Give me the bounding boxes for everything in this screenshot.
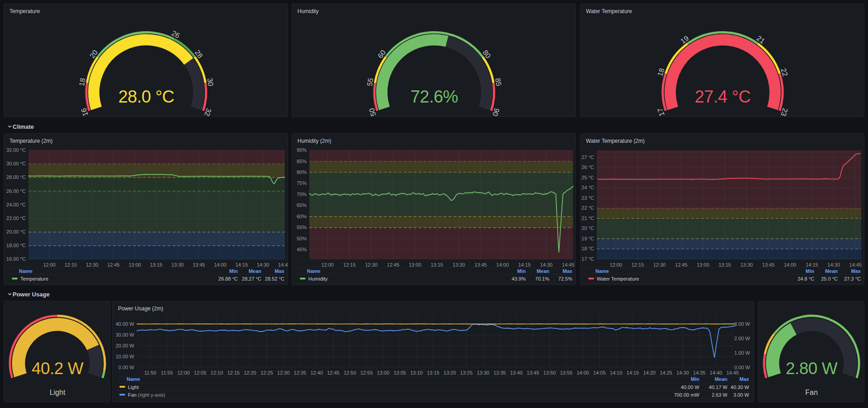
svg-text:40.00 W: 40.00 W bbox=[681, 385, 700, 390]
svg-text:14:15: 14:15 bbox=[518, 262, 531, 267]
svg-text:55: 55 bbox=[366, 77, 375, 86]
svg-text:12:25: 12:25 bbox=[260, 370, 273, 375]
svg-text:13:15: 13:15 bbox=[427, 370, 439, 375]
svg-text:72.5%: 72.5% bbox=[558, 276, 572, 281]
svg-text:22 °C: 22 °C bbox=[581, 205, 594, 211]
svg-text:11:55: 11:55 bbox=[161, 370, 173, 375]
svg-text:26 °C: 26 °C bbox=[581, 164, 594, 170]
svg-text:12:00: 12:00 bbox=[43, 262, 56, 267]
svg-text:14:15: 14:15 bbox=[806, 262, 818, 267]
svg-text:Max: Max bbox=[851, 268, 861, 274]
svg-text:26.88 °C: 26.88 °C bbox=[218, 276, 238, 281]
svg-text:12:30: 12:30 bbox=[653, 262, 666, 267]
svg-text:Name: Name bbox=[19, 268, 33, 274]
svg-text:45%: 45% bbox=[297, 247, 307, 252]
svg-text:13:15: 13:15 bbox=[431, 262, 443, 267]
svg-text:13:00: 13:00 bbox=[377, 370, 390, 375]
svg-text:40.17 W: 40.17 W bbox=[709, 385, 728, 390]
svg-text:13:10: 13:10 bbox=[410, 370, 423, 375]
svg-text:11:50: 11:50 bbox=[144, 370, 156, 375]
svg-text:Mean: Mean bbox=[715, 376, 727, 382]
svg-text:0.00 W: 0.00 W bbox=[734, 365, 750, 370]
svg-text:40.30 W: 40.30 W bbox=[731, 385, 750, 390]
svg-text:13:30: 13:30 bbox=[477, 370, 490, 375]
svg-text:13:45: 13:45 bbox=[762, 262, 775, 267]
svg-text:13:30: 13:30 bbox=[453, 262, 465, 267]
svg-text:14:45: 14:45 bbox=[278, 262, 288, 267]
svg-text:Water Temperature: Water Temperature bbox=[586, 8, 632, 14]
svg-text:Min: Min bbox=[229, 268, 238, 274]
svg-text:13:30: 13:30 bbox=[741, 262, 753, 267]
svg-text:19 °C: 19 °C bbox=[581, 236, 594, 241]
svg-text:13:15: 13:15 bbox=[718, 262, 731, 267]
svg-text:13:25: 13:25 bbox=[460, 370, 473, 375]
svg-text:Light: Light bbox=[128, 385, 139, 390]
svg-text:70.1%: 70.1% bbox=[535, 276, 549, 281]
svg-text:12:20: 12:20 bbox=[244, 370, 256, 375]
svg-text:12:10: 12:10 bbox=[211, 370, 223, 375]
svg-text:27 °C: 27 °C bbox=[581, 155, 594, 160]
svg-text:0.00 W: 0.00 W bbox=[118, 365, 134, 370]
svg-text:28.52 °C: 28.52 °C bbox=[265, 276, 284, 281]
svg-text:Light: Light bbox=[50, 389, 66, 396]
svg-text:70%: 70% bbox=[297, 192, 307, 197]
svg-text:55%: 55% bbox=[297, 225, 307, 230]
svg-text:14:30: 14:30 bbox=[540, 262, 553, 267]
svg-text:13:00: 13:00 bbox=[697, 262, 709, 267]
svg-text:Max: Max bbox=[563, 268, 573, 274]
svg-text:12:30: 12:30 bbox=[277, 370, 290, 375]
svg-text:12:30: 12:30 bbox=[86, 262, 99, 267]
svg-text:Water Temperature (2m): Water Temperature (2m) bbox=[586, 138, 645, 144]
svg-text:14:45: 14:45 bbox=[726, 370, 739, 375]
svg-text:Name: Name bbox=[307, 268, 321, 274]
svg-text:Humidity (2m): Humidity (2m) bbox=[297, 138, 331, 144]
svg-text:Min: Min bbox=[806, 268, 814, 274]
svg-text:18.00 °C: 18.00 °C bbox=[6, 243, 26, 248]
svg-text:12:40: 12:40 bbox=[311, 370, 323, 375]
svg-text:14:00: 14:00 bbox=[214, 262, 226, 267]
svg-text:14:30: 14:30 bbox=[676, 370, 689, 375]
svg-text:12:15: 12:15 bbox=[343, 262, 356, 267]
svg-text:12:55: 12:55 bbox=[360, 370, 373, 375]
svg-text:13:55: 13:55 bbox=[560, 370, 573, 375]
svg-text:14:20: 14:20 bbox=[643, 370, 656, 375]
svg-text:40.2 W: 40.2 W bbox=[32, 359, 84, 378]
svg-text:Temperature (2m): Temperature (2m) bbox=[9, 138, 52, 144]
svg-text:Mean: Mean bbox=[537, 268, 549, 274]
svg-text:75%: 75% bbox=[297, 180, 307, 186]
svg-text:12:50: 12:50 bbox=[344, 370, 356, 375]
svg-text:24.8 °C: 24.8 °C bbox=[797, 276, 814, 281]
svg-text:13:45: 13:45 bbox=[527, 370, 539, 375]
svg-text:13:35: 13:35 bbox=[493, 370, 506, 375]
svg-text:14:00: 14:00 bbox=[496, 262, 509, 267]
svg-text:Fan: Fan bbox=[805, 389, 818, 396]
svg-text:12:15: 12:15 bbox=[65, 262, 77, 267]
svg-text:3.00 W: 3.00 W bbox=[733, 392, 749, 398]
svg-text:Humidity: Humidity bbox=[308, 276, 328, 281]
svg-text:13:40: 13:40 bbox=[510, 370, 523, 375]
svg-text:14:15: 14:15 bbox=[236, 262, 248, 267]
svg-text:Mean: Mean bbox=[825, 268, 838, 274]
svg-text:12:00: 12:00 bbox=[610, 262, 623, 267]
svg-text:14:00: 14:00 bbox=[784, 262, 797, 267]
svg-text:12:35: 12:35 bbox=[294, 370, 307, 375]
svg-text:Mean: Mean bbox=[249, 268, 261, 274]
svg-text:28.27 °C: 28.27 °C bbox=[242, 276, 261, 281]
svg-text:12:45: 12:45 bbox=[327, 370, 340, 375]
svg-text:1.00 W: 1.00 W bbox=[734, 350, 750, 356]
svg-text:80%: 80% bbox=[297, 169, 307, 175]
svg-text:13:00: 13:00 bbox=[409, 262, 421, 267]
svg-text:Name: Name bbox=[127, 376, 140, 382]
svg-text:72.6%: 72.6% bbox=[410, 87, 458, 106]
svg-text:24.00 °C: 24.00 °C bbox=[6, 202, 26, 207]
svg-text:30: 30 bbox=[206, 77, 215, 86]
svg-text:20 °C: 20 °C bbox=[581, 225, 594, 231]
svg-text:14:30: 14:30 bbox=[827, 262, 840, 267]
svg-text:90%: 90% bbox=[297, 147, 307, 153]
svg-text:18 °C: 18 °C bbox=[581, 246, 594, 251]
svg-text:Temperature: Temperature bbox=[9, 8, 40, 14]
svg-text:13:05: 13:05 bbox=[394, 370, 406, 375]
svg-text:Humidity: Humidity bbox=[297, 8, 319, 14]
svg-text:700.00 mW: 700.00 mW bbox=[674, 392, 700, 398]
svg-text:20.00 °C: 20.00 °C bbox=[6, 229, 26, 234]
